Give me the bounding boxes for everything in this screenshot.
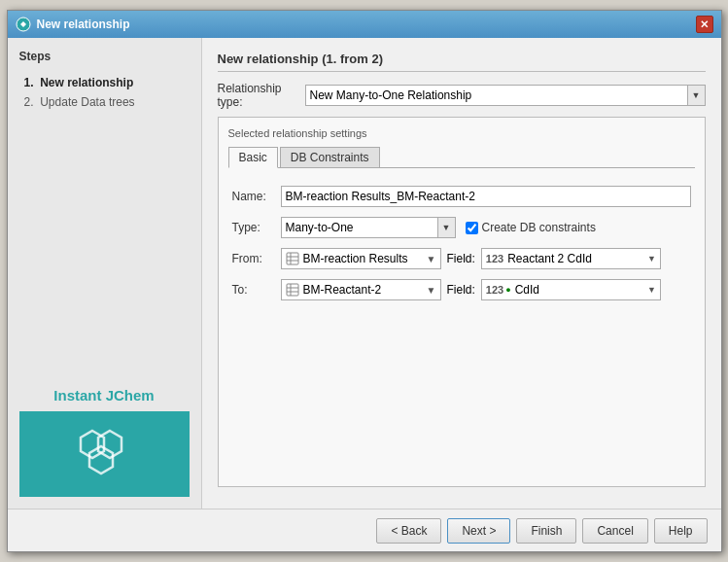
type-label: Type:: [232, 221, 281, 234]
create-db-constraints-row: Create DB constraints: [466, 221, 596, 234]
cancel-button[interactable]: Cancel: [582, 518, 647, 544]
relationship-type-arrow: ▼: [687, 86, 705, 105]
from-field-label: Field:: [447, 252, 475, 265]
to-field-arrow: ▼: [647, 285, 656, 295]
finish-button[interactable]: Finish: [516, 518, 576, 544]
to-table-text: BM-Reactant-2: [303, 283, 423, 297]
dialog-icon: [16, 17, 31, 32]
from-field-text: Reactant 2 CdId: [507, 252, 643, 265]
back-button[interactable]: < Back: [376, 518, 441, 544]
inner-form: Name: Type: Many-to-One ▼: [228, 178, 695, 318]
dialog: New relationship ✕ Steps 1. New relation…: [7, 10, 722, 552]
tabs: Basic DB Constraints: [228, 147, 695, 168]
type-select[interactable]: Many-to-One: [282, 218, 437, 237]
relationship-type-label: Relationship type:: [218, 82, 305, 109]
tab-db-constraints[interactable]: DB Constraints: [280, 147, 380, 167]
to-table-arrow: ▼: [427, 285, 436, 296]
to-row: To: BM-Reactant-2 ▼ Field:: [232, 279, 691, 300]
from-row: From: BM-reaction Results ▼ Field:: [232, 248, 691, 269]
step-2[interactable]: 2. Update Data trees: [19, 92, 190, 112]
svg-rect-4: [287, 253, 298, 264]
steps-label: Steps: [19, 50, 190, 63]
brand-logo: [19, 411, 190, 497]
to-label: To:: [232, 283, 281, 297]
to-field-text: CdId: [515, 283, 643, 297]
svg-marker-3: [89, 446, 113, 474]
sidebar-brand: Instant JChem: [19, 387, 190, 497]
title-bar: New relationship ✕: [8, 11, 721, 38]
from-field-type-icon: 123: [486, 253, 503, 264]
name-input[interactable]: [281, 186, 691, 207]
name-label: Name:: [232, 190, 281, 203]
svg-rect-8: [287, 284, 298, 296]
type-row: Type: Many-to-One ▼ Create DB constraint…: [232, 217, 691, 238]
section-title: New relationship (1. from 2): [218, 52, 706, 72]
type-select-arrow: ▼: [437, 218, 455, 237]
settings-group-label: Selected relationship settings: [228, 127, 695, 139]
to-table-select[interactable]: BM-Reactant-2 ▼: [281, 279, 441, 300]
to-field-select[interactable]: 123 ● CdId ▼: [481, 279, 661, 300]
from-field-select[interactable]: 123 Reactant 2 CdId ▼: [481, 248, 661, 269]
sidebar: Steps 1. New relationship 2. Update Data…: [8, 38, 202, 509]
to-field-key-icon: ●: [505, 285, 510, 295]
dialog-title: New relationship: [37, 18, 130, 31]
dialog-body: Steps 1. New relationship 2. Update Data…: [8, 38, 721, 509]
main-content: New relationship (1. from 2) Relationshi…: [202, 38, 721, 509]
brand-svg: [73, 427, 135, 481]
svg-marker-2: [98, 431, 121, 458]
next-button[interactable]: Next >: [447, 518, 510, 544]
from-field-arrow: ▼: [647, 254, 656, 263]
title-bar-left: New relationship: [16, 17, 130, 32]
brand-name: Instant JChem: [19, 387, 190, 404]
to-field-label: Field:: [447, 283, 475, 297]
close-button[interactable]: ✕: [696, 16, 713, 33]
help-button[interactable]: Help: [654, 518, 708, 544]
from-label: From:: [232, 252, 281, 265]
relationship-type-select[interactable]: New Many-to-One Relationship: [306, 86, 687, 105]
create-db-constraints-checkbox[interactable]: [466, 222, 478, 234]
to-field-type-icon: 123: [486, 284, 503, 296]
tab-basic[interactable]: Basic: [228, 147, 278, 168]
from-table-icon: [286, 252, 299, 265]
from-table-select[interactable]: BM-reaction Results ▼: [281, 248, 441, 269]
settings-group: Selected relationship settings Basic DB …: [218, 117, 706, 487]
to-table-icon: [286, 283, 299, 297]
name-row: Name:: [232, 186, 691, 207]
step-1[interactable]: 1. New relationship: [19, 73, 190, 92]
from-table-text: BM-reaction Results: [303, 252, 423, 265]
from-table-arrow: ▼: [427, 254, 436, 264]
dialog-footer: < Back Next > Finish Cancel Help: [8, 509, 721, 551]
create-db-constraints-label: Create DB constraints: [482, 221, 596, 234]
relationship-type-row: Relationship type: New Many-to-One Relat…: [218, 82, 706, 109]
